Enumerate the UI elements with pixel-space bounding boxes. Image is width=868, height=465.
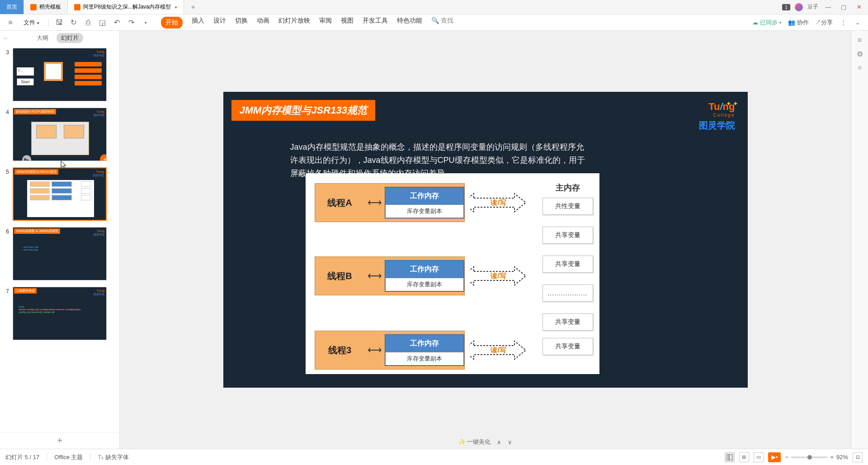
work-mem-a: 工作内存 库存变量副本 [385,187,464,218]
ribbon-tab-view[interactable]: 视图 [341,17,354,28]
work-mem-b: 工作内存 库存变量副本 [385,260,464,292]
tab-docker-label: 稻壳模板 [39,3,61,11]
thumb-7[interactable]: Tu/ng图灵学院 工程硬件资源 codeserver config text.… [13,287,107,340]
ribbon-tab-special[interactable]: 特色功能 [397,17,422,28]
slide-nav: ✨ 一键美化 ∧ ∨ [458,438,513,446]
toolbar: ≡ 文件 ▾ 🖫 ↻ ⎙ ◲ ↶ ↷ ▾ 开始 插入 设计 切换 动画 幻灯片放… [0,14,868,31]
zoom-slider[interactable] [791,456,827,458]
thumb-6[interactable]: Tu/ng图灵学院 JVM内存模型 & JMM内存模型 • text line … [13,227,107,280]
tab-add-button[interactable]: + [184,0,202,14]
rail-settings-icon[interactable]: ⚙ [856,50,864,58]
username[interactable]: 豆子 [807,3,818,11]
thumb-num: 5 [3,167,9,221]
ribbon-tab-animation[interactable]: 动画 [257,17,269,28]
tab-document[interactable]: 阿里P8级知识之深...解Java内存模型 ● [68,0,184,14]
rw-arrow-b: 读/写 [469,265,528,287]
thumb-num: 4 [3,108,9,161]
ribbon-tab-review[interactable]: 审阅 [319,17,332,28]
add-overlay-icon[interactable]: + [100,154,107,161]
notification-badge[interactable]: 1 [782,4,790,10]
qr-icon [44,62,63,81]
thread-b-label: 线程B [315,270,365,282]
search-button[interactable]: 🔍 查找 [431,17,453,28]
shared-var-dots: .................. [542,285,593,302]
thumbnails[interactable]: 3 ★ Tu/ng图灵学院 P... Start 4 Tu/ng图灵学院 多线程… [0,45,119,432]
outline-tab[interactable]: 大纲 [37,34,48,42]
avatar[interactable] [795,3,803,11]
fit-button[interactable]: ⊡ [853,452,863,462]
ribbon-tab-transition[interactable]: 切换 [235,17,248,28]
print-icon[interactable]: ⎙ [84,19,92,27]
right-rail: ≡ ⚙ ⟐ [851,31,868,449]
rail-filter-icon[interactable]: ⟐ [856,63,864,71]
panel-tabs: ‹‹ 大纲 幻灯片 [0,31,119,45]
ribbon-tab-start[interactable]: 开始 [161,17,183,28]
arrow-icon: ⟷ [368,197,382,209]
current-slide[interactable]: JMM内存模型与JSR133规范 ✦ ✦ Tu/ng College 图灵学院 … [223,92,748,388]
thumb-row-3: 3 ★ Tu/ng图灵学院 P... Start [3,48,115,101]
view-normal-button[interactable] [725,452,735,462]
close-button[interactable]: ✕ [854,2,864,13]
thumb-row-7: 7 Tu/ng图灵学院 工程硬件资源 codeserver config tex… [3,287,115,340]
ribbon-tabs: 开始 插入 设计 切换 动画 幻灯片放映 审阅 视图 开发工具 特色功能 🔍 查… [161,17,453,28]
minimize-button[interactable]: — [823,2,834,13]
file-menu[interactable]: 文件 ▾ [21,17,42,28]
ribbon-tab-slideshow[interactable]: 幻灯片放映 [278,17,310,28]
shared-var: 共性变量 [542,198,593,215]
shared-var: 共享变量 [542,313,593,331]
collab-button[interactable]: 👥 协作 [788,19,809,27]
canvas-area[interactable]: JMM内存模型与JSR133规范 ✦ ✦ Tu/ng College 图灵学院 … [120,31,851,449]
print-preview-icon[interactable]: ◲ [99,19,107,27]
share-button[interactable]: ↗分享 [815,19,833,27]
redo-icon[interactable]: ↷ [127,19,136,27]
shared-var: 共享变量 [542,256,593,273]
ribbon-tab-dev[interactable]: 开发工具 [363,17,388,28]
missing-font-button[interactable]: T₂ 缺失字体 [98,453,129,461]
beautify-button[interactable]: ✨ 一键美化 [458,438,491,446]
ribbon-tab-design[interactable]: 设计 [213,17,226,28]
theme-label[interactable]: Office 主题 [54,453,83,461]
slide-logo: Tu/ng College 图灵学院 [699,101,735,132]
tab-doc-label: 阿里P8级知识之深...解Java内存模型 [83,3,171,11]
zoom-value[interactable]: 92% [836,454,848,460]
arrow-icon: ⟷ [368,344,382,356]
main-area: ‹‹ 大纲 幻灯片 3 ★ Tu/ng图灵学院 P... Start 4 Tu/… [0,31,868,449]
menu-icon[interactable]: ≡ [6,19,14,27]
tab-bar: 首页 稻壳模板 阿里P8级知识之深...解Java内存模型 ● + 1 豆子 —… [0,0,868,14]
thumb-3-start: Start [17,78,34,85]
prev-slide-icon[interactable]: ∧ [497,439,501,446]
expand-icon[interactable]: ⌄ [854,19,862,27]
save-as-icon[interactable]: ↻ [70,19,78,27]
zoom-out-button[interactable]: − [785,454,789,460]
ribbon-tab-insert[interactable]: 插入 [192,17,204,28]
rail-collapse-icon[interactable]: ≡ [856,36,864,44]
more-icon[interactable]: ⋮ [839,19,847,27]
ppt-icon [74,4,80,10]
next-slide-icon[interactable]: ∨ [508,439,512,446]
slide-panel: ‹‹ 大纲 幻灯片 3 ★ Tu/ng图灵学院 P... Start 4 Tu/… [0,31,120,449]
zoom-in-button[interactable]: + [830,454,834,460]
add-slide-button[interactable]: + [0,432,119,449]
undo-icon[interactable]: ↶ [113,19,121,27]
svg-rect-0 [727,455,729,460]
work-mem-3: 工作内存 库存变量副本 [385,334,464,366]
tab-home[interactable]: 首页 [0,0,24,14]
more-qat-icon[interactable]: ▾ [142,19,150,27]
collapse-panel-icon[interactable]: ‹‹ [4,35,7,41]
thumb-row-6: 6 Tu/ng图灵学院 JVM内存模型 & JMM内存模型 • text lin… [3,227,115,280]
play-overlay-icon[interactable]: ▶ [22,155,31,161]
view-sorter-button[interactable]: ⊞ [739,452,749,462]
sync-status[interactable]: ☁已同步 ▾ [752,19,782,27]
maximize-button[interactable]: ▢ [838,2,849,13]
view-reading-button[interactable]: ▭ [754,452,764,462]
save-icon[interactable]: 🖫 [55,19,63,27]
thumb-3[interactable]: ★ Tu/ng图灵学院 P... Start [13,48,107,101]
slideshow-button[interactable]: ▶ ▾ [768,452,781,462]
thumb-4[interactable]: Tu/ng图灵学院 多线程执行与CPU缓存模型 ▶ + [13,108,107,161]
titlebar-right: 1 豆子 — ▢ ✕ [782,0,868,14]
thread-3-block: 线程3 ⟷ 工作内存 库存变量副本 [315,331,465,370]
thumb-5[interactable]: Tu/ng图灵学院 JMM内存模型与JSR133规范 [13,167,107,221]
slides-tab[interactable]: 幻灯片 [57,33,83,43]
jmm-diagram: 线程A ⟷ 工作内存 库存变量副本 线程B ⟷ 工作内存 库存变量副本 [306,173,599,374]
tab-docker[interactable]: 稻壳模板 [24,0,68,14]
